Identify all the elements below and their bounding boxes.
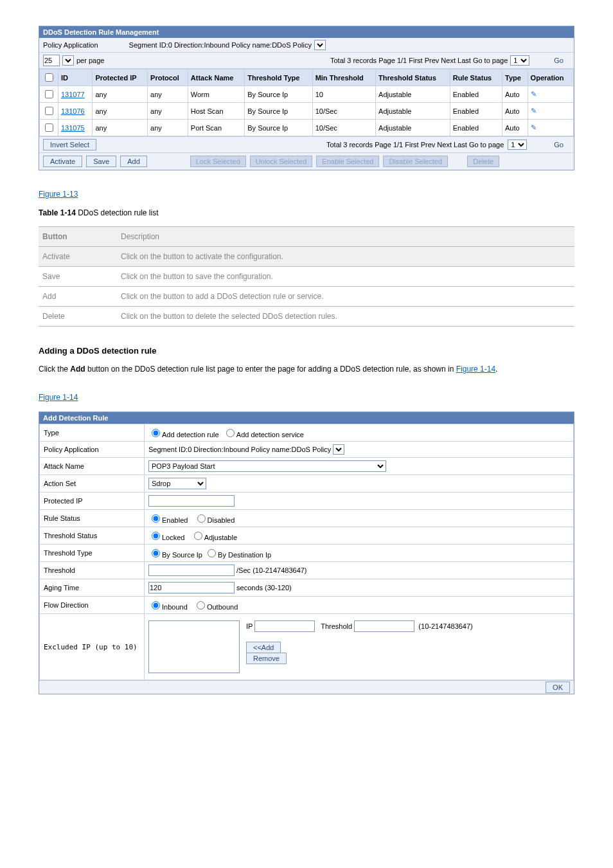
rule-status-label: Rule Status	[40, 510, 145, 527]
action-set-label: Action Set	[40, 475, 145, 493]
col-type: Type	[502, 69, 528, 86]
row-checkbox[interactable]	[45, 90, 53, 98]
col-proto: Protocol	[148, 69, 188, 86]
figure-13-label: Figure 1-13	[39, 190, 574, 199]
type-add-rule-radio[interactable]: Add detection rule	[148, 431, 219, 439]
policy-app-row: Policy Application Segment ID:0 Directio…	[39, 38, 574, 53]
invert-select-button[interactable]: Invert Select	[43, 139, 96, 150]
col-op: Operation	[528, 69, 573, 86]
threshold-status-label: Threshold Status	[40, 527, 145, 545]
excluded-ip-listbox[interactable]	[148, 620, 240, 673]
excluded-add-button[interactable]: <<Add	[246, 642, 281, 653]
add-detection-rule-panel: Add Detection Rule Type Add detection ru…	[39, 411, 574, 694]
records-label-bottom: Total 3 records Page 1/1 First Prev Next…	[326, 141, 504, 149]
table-row: ActivateClick on the button to activate …	[39, 247, 574, 267]
add-panel-title: Add Detection Rule	[39, 412, 574, 424]
goto-page-select[interactable]: 1	[510, 55, 529, 66]
unlock-selected-button[interactable]: Unlock Selected	[250, 156, 313, 167]
excluded-ip-input[interactable]	[254, 620, 315, 632]
col-thstat: Threshold Status	[376, 69, 450, 86]
rule-id-link[interactable]: 131076	[61, 107, 85, 115]
attack-name-select[interactable]: POP3 Payload Start	[148, 460, 386, 472]
pager-top-row: per page Total 3 records Page 1/1 First …	[39, 53, 574, 69]
section-heading: Adding a DDoS detection rule	[39, 346, 574, 356]
table-row: 131075anyanyPort ScanBy Source Ip10/SecA…	[40, 120, 574, 136]
row-checkbox[interactable]	[45, 107, 53, 115]
aging-time-input[interactable]	[148, 582, 235, 593]
figure-link[interactable]: Figure 1-14	[456, 365, 495, 374]
threshold-input[interactable]	[148, 565, 235, 576]
add-button[interactable]: Add	[120, 156, 147, 167]
disable-selected-button[interactable]: Disable Selected	[383, 156, 448, 167]
col-minth: Min Threshold	[312, 69, 375, 86]
save-button[interactable]: Save	[86, 156, 116, 167]
type-label: Type	[40, 424, 145, 442]
action-set-select[interactable]: Sdrop	[148, 478, 206, 489]
enable-selected-button[interactable]: Enable Selected	[316, 156, 379, 167]
pager-bottom-row: Invert Select Total 3 records Page 1/1 F…	[39, 136, 574, 152]
col-id: ID	[58, 69, 93, 86]
col-rstat: Rule Status	[450, 69, 502, 86]
flow-outbound-radio[interactable]: Outbound	[193, 603, 238, 611]
policy-select[interactable]	[314, 40, 326, 50]
policy-app-label: Policy Application	[43, 41, 98, 49]
go-button[interactable]: Go	[547, 55, 570, 66]
table-row: 131076anyanyHost ScanBy Source Ip10/SecA…	[40, 103, 574, 120]
rule-id-link[interactable]: 131075	[61, 124, 85, 132]
paragraph: Click the Add button on the DDoS detecti…	[39, 365, 574, 374]
flow-direction-label: Flow Direction	[40, 597, 145, 614]
threshold-locked-radio[interactable]: Locked	[148, 534, 184, 541]
flow-inbound-radio[interactable]: Inbound	[148, 603, 188, 611]
select-all-checkbox[interactable]	[45, 73, 53, 82]
policy-select2[interactable]	[333, 444, 344, 455]
threshold-bysrc-radio[interactable]: By Source Ip	[148, 551, 202, 559]
edit-icon[interactable]: ✎	[531, 90, 537, 98]
per-page-label: per page	[76, 57, 104, 64]
ok-button[interactable]: OK	[546, 682, 570, 693]
threshold-type-label: Threshold Type	[40, 545, 145, 562]
add-rule-form: Type Add detection rule Add detection se…	[39, 424, 574, 680]
table-14-caption: Table 1-14 DDoS detection rule list	[39, 208, 574, 217]
table-row: 131077anyanyWormBy Source Ip10Adjustable…	[40, 86, 574, 103]
edit-icon[interactable]: ✎	[531, 107, 537, 114]
protected-ip-label: Protected IP	[40, 493, 145, 510]
protected-ip-input[interactable]	[148, 495, 235, 507]
goto-page-select-bottom[interactable]: 1	[508, 140, 527, 150]
col-thtype: Threshold Type	[245, 69, 312, 86]
go-button-bottom[interactable]: Go	[547, 140, 570, 150]
row-checkbox[interactable]	[45, 123, 53, 132]
ddos-rule-mgmt-panel: DDoS Detection Rule Management Policy Ap…	[39, 26, 574, 170]
segment-text: Segment ID:0 Direction:Inbound Policy na…	[129, 41, 312, 49]
rule-status-enabled-radio[interactable]: Enabled	[148, 516, 188, 524]
table-row: AddClick on the button to add a DDoS det…	[39, 287, 574, 307]
rules-table: ID Protected IP Protocol Attack Name Thr…	[39, 69, 574, 136]
table-row: SaveClick on the button to save the conf…	[39, 267, 574, 287]
per-page-select[interactable]	[62, 55, 74, 66]
policy-app-label2: Policy Application	[40, 442, 145, 458]
figure-14-label: Figure 1-14	[39, 393, 574, 402]
button-description-table: ButtonDescription ActivateClick on the b…	[39, 226, 574, 327]
per-page-input[interactable]	[43, 55, 60, 66]
aging-time-label: Aging Time	[40, 579, 145, 597]
panel-title: DDoS Detection Rule Management	[39, 26, 574, 38]
col-button: Button	[39, 227, 117, 247]
rule-id-link[interactable]: 131077	[61, 91, 85, 98]
rule-status-disabled-radio[interactable]: Disabled	[194, 516, 235, 524]
table-row: DeleteClick on the button to delete the …	[39, 307, 574, 327]
records-label: Total 3 records Page 1/1 First Prev Next…	[330, 57, 508, 64]
col-description: Description	[117, 227, 574, 247]
excluded-ip-label: Excluded IP (up to 10)	[40, 614, 145, 680]
threshold-bydst-radio[interactable]: By Destination Ip	[204, 551, 271, 559]
action-button-row: Activate Save Add Lock Selected Unlock S…	[39, 152, 574, 170]
edit-icon[interactable]: ✎	[531, 123, 537, 131]
activate-button[interactable]: Activate	[43, 156, 82, 167]
col-atk: Attack Name	[188, 69, 244, 86]
excluded-remove-button[interactable]: Remove	[246, 653, 287, 664]
lock-selected-button[interactable]: Lock Selected	[190, 156, 246, 167]
type-add-service-radio[interactable]: Add detection service	[223, 431, 304, 439]
delete-button[interactable]: Delete	[467, 156, 499, 167]
excluded-threshold-input[interactable]	[354, 620, 414, 632]
threshold-adjustable-radio[interactable]: Adjustable	[191, 534, 237, 541]
col-pip: Protected IP	[93, 69, 148, 86]
threshold-label: Threshold	[40, 562, 145, 579]
